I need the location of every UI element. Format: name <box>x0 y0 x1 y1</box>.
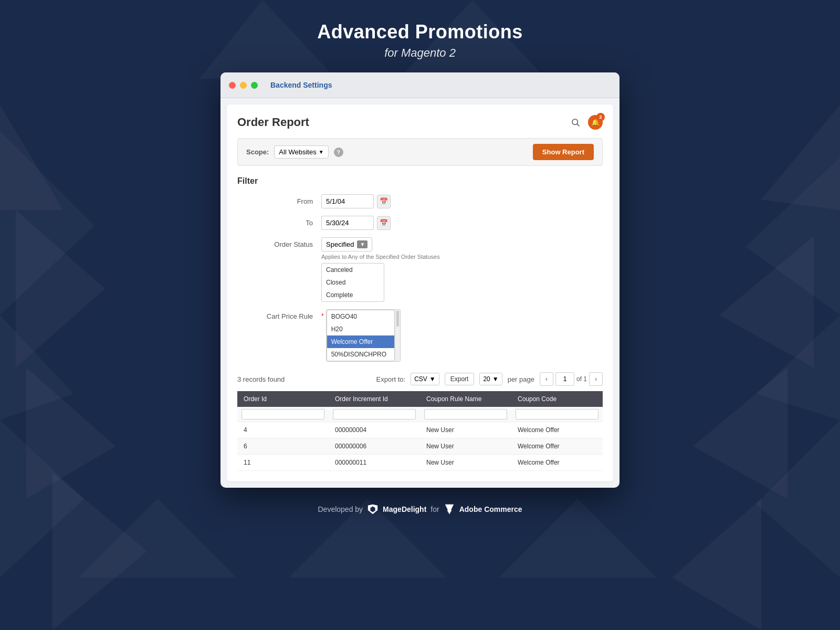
cart-price-rule-control: * BOGO40 H20 Welcome Offer 50%DISONCHPRO <box>321 309 603 362</box>
to-calendar-icon[interactable]: 📅 <box>377 216 391 230</box>
cart-price-rule-filter-row: Cart Price Rule * BOGO40 H20 Welcome Off… <box>237 309 603 362</box>
cell-rule-name: New User <box>420 438 511 455</box>
svg-line-20 <box>577 124 579 126</box>
adobe-logo-icon <box>444 503 455 515</box>
order-status-filter-row: Order Status Specified ▼ Applies to Any … <box>237 237 603 302</box>
col-coupon-rule-name: Coupon Rule Name <box>420 391 511 407</box>
scope-label: Scope: <box>246 148 269 156</box>
next-page-button[interactable]: › <box>589 372 603 386</box>
to-control: 📅 <box>321 216 603 230</box>
page-subtitle: for Magento 2 <box>317 46 523 60</box>
mac-window: Backend Settings Order Report 🔔 <box>220 72 620 488</box>
rule-option-50-disonchpro[interactable]: 50%DISONCHPRO <box>327 348 394 361</box>
cell-coupon-code: Welcome Offer <box>511 438 603 455</box>
cell-increment-id: 000000006 <box>329 438 420 455</box>
bottom-controls: 3 records found Export to: CSV ▼ Export … <box>237 372 603 386</box>
prev-page-button[interactable]: ‹ <box>540 372 553 386</box>
table-header-row: Order Id Order Increment Id Coupon Rule … <box>237 391 603 407</box>
cart-price-rule-label: Cart Price Rule <box>237 309 321 320</box>
cart-price-rule-listbox[interactable]: BOGO40 H20 Welcome Offer 50%DISONCHPRO <box>327 310 395 361</box>
svg-point-19 <box>572 119 578 125</box>
order-status-value: Specified <box>326 240 354 248</box>
magedeLight-label: MageDelight <box>383 505 426 513</box>
cell-order-id: 4 <box>237 422 329 438</box>
scope-help-icon[interactable]: ? <box>334 148 343 157</box>
mac-close-btn[interactable] <box>229 82 236 89</box>
page-size-selector[interactable]: 20 ▼ <box>479 373 502 385</box>
mac-minimize-btn[interactable] <box>240 82 247 89</box>
mac-titlebar: Backend Settings <box>220 72 620 98</box>
order-status-control: Specified ▼ Applies to Any of the Specif… <box>321 237 603 302</box>
required-star: * <box>321 312 324 320</box>
page-header: Order Report 🔔 2 <box>237 115 603 130</box>
adobe-commerce-text: Adobe Commerce <box>459 505 522 513</box>
from-date-input[interactable] <box>321 194 374 208</box>
mac-maximize-btn[interactable] <box>251 82 258 89</box>
rule-option-h20[interactable]: H20 <box>327 323 394 335</box>
from-calendar-icon[interactable]: 📅 <box>377 195 391 208</box>
order-report-title: Order Report <box>237 116 309 129</box>
data-table: Order Id Order Increment Id Coupon Rule … <box>237 391 603 471</box>
status-option-canceled[interactable]: Canceled <box>322 264 384 276</box>
increment-id-filter-input[interactable] <box>333 409 416 419</box>
table-row: 6000000006New UserWelcome Offer <box>237 438 603 455</box>
show-report-button[interactable]: Show Report <box>533 144 594 160</box>
cell-increment-id: 000000004 <box>329 422 420 438</box>
order-status-wrap: Specified ▼ <box>321 237 603 251</box>
rule-option-welcome-offer[interactable]: Welcome Offer <box>327 335 394 348</box>
cell-increment-id: 000000011 <box>329 455 420 471</box>
from-label: From <box>237 194 321 205</box>
adobe-commerce-label: Adobe Commerce <box>459 505 522 513</box>
cell-rule-name: New User <box>420 422 511 438</box>
scope-bar: Scope: All Websites ▼ ? Show Report <box>237 138 603 166</box>
scope-value: All Websites <box>279 148 316 156</box>
cell-rule-name: New User <box>420 455 511 471</box>
scope-left: Scope: All Websites ▼ ? <box>246 145 343 159</box>
export-format-value: CSV <box>414 375 427 383</box>
backend-settings-tab[interactable]: Backend Settings <box>270 79 332 91</box>
page-size-chevron-icon: ▼ <box>492 375 499 383</box>
status-option-closed[interactable]: Closed <box>322 276 384 289</box>
from-control: 📅 <box>321 194 603 208</box>
page-size-value: 20 <box>483 375 490 383</box>
total-pages-label: of 1 <box>576 375 587 383</box>
cell-coupon-code: Welcome Offer <box>511 422 603 438</box>
col-coupon-code: Coupon Code <box>511 391 603 407</box>
export-format-selector[interactable]: CSV ▼ <box>411 373 439 385</box>
status-listbox[interactable]: Canceled Closed Complete <box>321 263 384 302</box>
export-paging: Export to: CSV ▼ Export 20 ▼ per page ‹ <box>376 372 603 386</box>
order-id-filter-input[interactable] <box>242 409 324 419</box>
rule-listbox-scrollbar[interactable] <box>395 310 400 361</box>
table-body: 4000000004New UserWelcome Offer600000000… <box>237 422 603 471</box>
status-option-complete[interactable]: Complete <box>322 289 384 301</box>
notification-button[interactable]: 🔔 2 <box>588 115 603 130</box>
rule-name-filter-input[interactable] <box>424 409 507 419</box>
notification-badge: 2 <box>596 113 605 121</box>
order-status-label: Order Status <box>237 237 321 248</box>
cell-order-id: 6 <box>237 438 329 455</box>
per-page-label: per page <box>508 375 534 383</box>
col-order-increment-id: Order Increment Id <box>329 391 420 407</box>
order-status-selector[interactable]: Specified ▼ <box>321 237 372 251</box>
table-row: 11000000011New UserWelcome Offer <box>237 455 603 471</box>
rule-option-bogo40[interactable]: BOGO40 <box>327 310 394 323</box>
scope-selector[interactable]: All Websites ▼ <box>274 145 328 159</box>
export-button[interactable]: Export <box>445 373 475 385</box>
from-filter-row: From 📅 <box>237 194 603 208</box>
cell-coupon-code: Welcome Offer <box>511 455 603 471</box>
table-row: 4000000004New UserWelcome Offer <box>237 422 603 438</box>
page-main-title: Advanced Promotions <box>317 21 523 43</box>
applies-to-text: Applies to Any of the Specified Order St… <box>321 254 603 260</box>
developed-by-text: Developed by <box>318 505 363 513</box>
to-date-input[interactable] <box>321 216 374 230</box>
col-order-id: Order Id <box>237 391 329 407</box>
current-page-input[interactable] <box>555 372 574 386</box>
coupon-code-filter-input[interactable] <box>516 409 598 419</box>
to-label: To <box>237 216 321 227</box>
export-to-label: Export to: <box>376 375 406 383</box>
scope-chevron-icon: ▼ <box>319 149 324 155</box>
to-filter-row: To 📅 <box>237 216 603 230</box>
search-button[interactable] <box>568 115 583 130</box>
pagination-nav: ‹ of 1 › <box>540 372 603 386</box>
header-icons: 🔔 2 <box>568 115 603 130</box>
